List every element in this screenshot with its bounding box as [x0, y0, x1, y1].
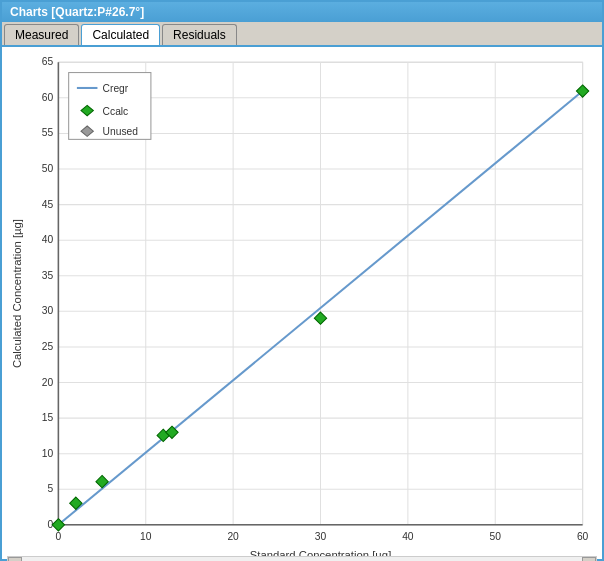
y-axis-label: Calculated Concentration [µg]	[11, 219, 23, 368]
svg-text:35: 35	[42, 270, 54, 281]
main-window: Charts [Quartz:P#26.7°] Measured Calcula…	[0, 0, 604, 561]
svg-text:20: 20	[227, 531, 239, 542]
svg-text:60: 60	[577, 531, 589, 542]
horizontal-scrollbar[interactable]: ◀ ▶	[7, 556, 597, 561]
svg-text:40: 40	[402, 531, 414, 542]
svg-text:10: 10	[42, 448, 54, 459]
svg-text:40: 40	[42, 234, 54, 245]
svg-text:Unused: Unused	[103, 126, 139, 137]
svg-text:Ccalc: Ccalc	[103, 106, 129, 117]
svg-text:20: 20	[42, 377, 54, 388]
svg-text:30: 30	[42, 305, 54, 316]
scroll-right-button[interactable]: ▶	[582, 557, 596, 561]
svg-text:50: 50	[42, 163, 54, 174]
window-title: Charts [Quartz:P#26.7°]	[10, 5, 144, 19]
chart-svg: 0 5 10 15 20 25 30 35 40 45 50 55 60 65 …	[7, 52, 597, 556]
svg-text:5: 5	[48, 483, 54, 494]
tab-residuals[interactable]: Residuals	[162, 24, 237, 45]
svg-text:30: 30	[315, 531, 327, 542]
title-bar: Charts [Quartz:P#26.7°]	[2, 2, 602, 22]
svg-text:55: 55	[42, 127, 54, 138]
tab-calculated[interactable]: Calculated	[81, 24, 160, 45]
x-axis-label: Standard Concentration [µg]	[250, 549, 392, 556]
tab-measured[interactable]: Measured	[4, 24, 79, 45]
svg-text:60: 60	[42, 92, 54, 103]
tab-bar: Measured Calculated Residuals	[2, 22, 602, 47]
svg-text:15: 15	[42, 412, 54, 423]
svg-text:65: 65	[42, 56, 54, 67]
scroll-left-button[interactable]: ◀	[8, 557, 22, 561]
svg-text:Cregr: Cregr	[103, 83, 129, 94]
svg-text:50: 50	[490, 531, 502, 542]
svg-text:0: 0	[56, 531, 62, 542]
svg-text:45: 45	[42, 199, 54, 210]
svg-text:10: 10	[140, 531, 152, 542]
svg-text:25: 25	[42, 341, 54, 352]
